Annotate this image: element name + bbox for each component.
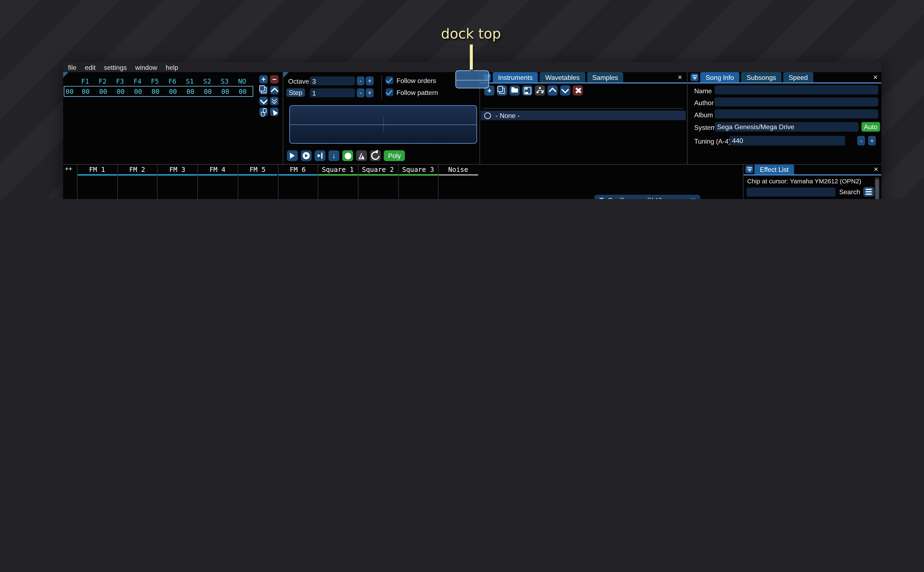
step-row-button[interactable]: ↓ [329,150,340,161]
order-row[interactable]: 0000000000000000000000 [64,86,253,97]
channel-header-square-3[interactable]: Square 3 [398,166,438,174]
divider[interactable] [283,72,283,164]
order-add-button[interactable]: + [259,75,268,84]
channel-header-fm-6[interactable]: FM 6 [278,166,318,174]
step-input[interactable]: 1 [310,89,355,98]
instrument-duplicate-button[interactable] [497,85,507,96]
tab-effect-list[interactable]: Effect List [754,164,794,174]
octave-input[interactable]: 3 [310,76,355,85]
instrument-save-button[interactable] [522,85,533,96]
pattern-corner[interactable]: ++ [65,165,72,172]
menu-help[interactable]: help [166,63,178,71]
order-move-down-button[interactable] [259,97,268,105]
channel-header-square-2[interactable]: Square 2 [358,166,398,174]
tab-samples[interactable]: Samples [587,72,623,82]
order-cell-NO[interactable]: 00 [234,87,251,95]
follow-pattern-checkbox[interactable]: Follow pattern [386,89,438,96]
play-button[interactable] [287,150,298,161]
instrument-open-button[interactable] [510,85,520,96]
tab-song-info[interactable]: Song Info [700,72,739,82]
close-icon[interactable]: × [874,165,878,173]
pattern-editor[interactable]: ++ FM 1FM 2FM 3FM 4FM 5FM 6Square 1Squar… [63,164,478,199]
order-cursor-follow-button[interactable] [270,108,279,116]
close-icon[interactable]: × [873,73,878,81]
order-buttons: +− [259,75,279,116]
channel-header-fm-3[interactable]: FM 3 [157,166,197,174]
order-cell-F2[interactable]: 00 [94,87,112,95]
order-cell-F5[interactable]: 00 [147,87,164,95]
order-cell-F3[interactable]: 00 [112,87,129,95]
instrument-toggle-folders-button[interactable] [535,85,545,96]
divider[interactable] [687,72,687,164]
metronome-button[interactable] [356,150,367,161]
tab-subsongs[interactable]: Subsongs [741,72,781,82]
play-pattern-button[interactable] [301,150,312,161]
channel-header-fm-1[interactable]: FM 1 [77,166,117,174]
channel-separator [278,164,278,199]
order-duplicate-end-button[interactable] [270,97,279,105]
instrument-list-item[interactable]: - None - [481,110,686,120]
auto-system-button[interactable]: Auto [862,122,880,132]
order-cell-S2[interactable]: 00 [199,87,217,95]
order-cell-F6[interactable]: 00 [164,87,182,95]
system-label: System [694,124,716,131]
collapse-triangle-icon[interactable] [599,198,604,199]
menu-window[interactable]: window [135,63,157,71]
order-remove-button[interactable]: − [270,75,279,84]
oscilloscope-window[interactable]: Oscilloscope (X-Y) × [594,195,700,199]
play-from-cursor-button[interactable] [315,150,326,161]
instrument-delete-button[interactable] [573,85,583,96]
close-icon[interactable]: × [691,196,695,199]
menu-settings[interactable]: settings [104,63,127,71]
album-input[interactable] [715,109,878,118]
close-icon[interactable]: × [678,73,682,81]
octave-minus-button[interactable]: - [357,76,365,85]
collapse-icon[interactable] [691,73,698,81]
order-cell-S3[interactable]: 00 [217,87,234,95]
divider[interactable] [63,164,881,165]
channel-header-fm-4[interactable]: FM 4 [197,166,237,174]
instrument-move-up-button[interactable] [547,85,558,96]
order-cell-F1[interactable]: 00 [77,87,94,95]
instrument-move-down-button[interactable] [560,85,570,96]
author-label: Author [694,99,714,106]
channel-header-square-1[interactable]: Square 1 [318,166,358,174]
menu-file[interactable]: file [68,63,76,71]
tab-instruments[interactable]: Instruments [493,72,538,82]
play-controls-panel: Octave 3 - + Step 1 - + Follow orders Fo… [283,72,479,164]
tab-wavetables[interactable]: Wavetables [540,72,585,82]
menu-icon[interactable] [863,187,874,196]
octave-plus-button[interactable]: + [366,76,374,85]
tuning-input[interactable]: 440 [729,136,845,146]
channel-header-noise[interactable]: Noise [438,166,478,174]
tab-speed[interactable]: Speed [783,72,813,82]
order-unlink-button[interactable] [259,108,268,116]
poly-toggle-button[interactable]: Poly [384,150,405,161]
order-duplicate-button[interactable] [259,86,268,94]
repeat-button[interactable] [370,150,381,161]
note-preview-box[interactable] [289,105,477,144]
instruments-tabbar: InstrumentsWavetablesSamples [493,72,625,82]
order-cell-S1[interactable]: 00 [182,87,199,95]
menu-edit[interactable]: edit [85,63,96,71]
scrollbar-thumb[interactable] [875,179,879,199]
scrollbar[interactable] [875,177,879,199]
tuning-minus-button[interactable]: - [857,136,865,146]
tuning-plus-button[interactable]: + [868,136,876,146]
author-input[interactable] [715,98,878,106]
search-input[interactable] [746,187,836,196]
dock-top-target[interactable] [455,70,489,88]
step-minus-button[interactable]: - [357,89,365,98]
follow-orders-checkbox[interactable]: Follow orders [386,76,436,84]
record-button[interactable] [342,150,353,161]
name-input[interactable] [715,85,878,94]
oscilloscope-titlebar[interactable]: Oscilloscope (X-Y) [594,195,700,199]
step-plus-button[interactable]: + [366,89,374,98]
system-input[interactable]: Sega Genesis/Mega Drive [715,122,859,132]
divider[interactable] [743,164,744,199]
order-move-up-button[interactable] [270,86,279,94]
order-cell-F4[interactable]: 00 [129,87,146,95]
collapse-icon[interactable] [745,165,753,173]
channel-header-fm-5[interactable]: FM 5 [237,166,278,174]
channel-header-fm-2[interactable]: FM 2 [117,166,157,174]
